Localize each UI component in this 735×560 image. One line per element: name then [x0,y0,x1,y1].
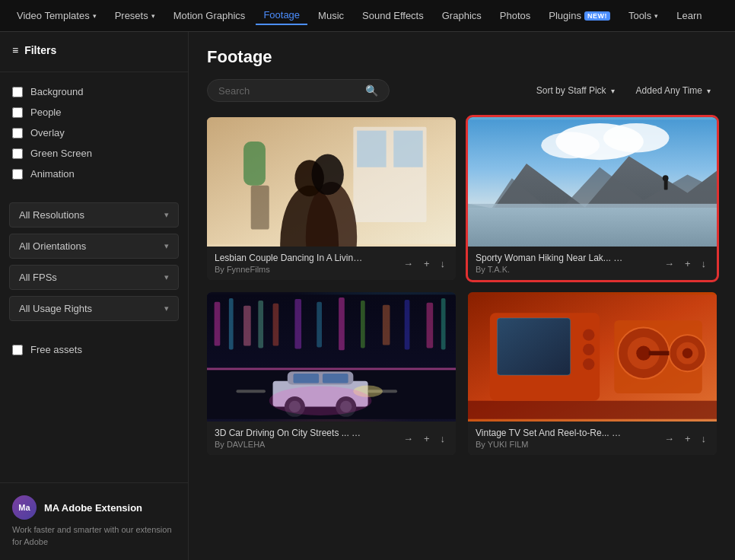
filter-background[interactable]: Background [0,81,188,102]
nav-item-presets[interactable]: Presets ▾ [107,7,163,24]
nav-item-tools[interactable]: Tools ▾ [621,7,666,24]
background-checkbox[interactable] [12,87,23,97]
svg-rect-2 [357,131,386,167]
nav-item-music[interactable]: Music [310,7,352,24]
share-button[interactable]: → [661,431,677,446]
filter-animation[interactable]: Animation [0,164,188,184]
svg-rect-31 [383,305,390,345]
filter-icon: ≡ [12,44,18,56]
svg-rect-33 [427,303,434,348]
video-actions: → + ↓ [400,256,448,271]
filter-overlay[interactable]: Overlay [0,123,188,143]
added-time-button[interactable]: Added Any Time ▾ [630,82,717,99]
usage-rights-dropdown[interactable]: All Usage Rights ▾ [9,296,179,321]
svg-rect-25 [258,301,263,348]
video-title: Sporty Woman Hiking Near Lak... NEW [476,253,628,263]
nav-item-photos[interactable]: Photos [492,7,538,24]
nav-item-graphics[interactable]: Graphics [434,7,489,24]
nav-item-footage[interactable]: Footage [256,6,307,25]
page-title: Footage [207,47,717,67]
green-screen-checkbox[interactable] [12,148,23,159]
people-checkbox[interactable] [12,107,23,118]
sort-by-button[interactable]: Sort by Staff Pick ▾ [530,82,621,99]
video-card-tv[interactable]: Vintage TV Set And Reel-to-Re... NEW By … [468,292,717,455]
add-to-collection-button[interactable]: + [682,256,694,271]
search-sort-row: 🔍 Sort by Staff Pick ▾ Added Any Time ▾ [207,79,717,102]
video-actions: → + ↓ [661,256,709,271]
share-button[interactable]: → [400,256,416,271]
nav-item-learn[interactable]: Learn [669,7,709,24]
content-area: Footage 🔍 Sort by Staff Pick ▾ Added Any… [189,32,735,560]
add-to-collection-button[interactable]: + [421,256,433,271]
svg-rect-28 [317,302,322,348]
search-box[interactable]: 🔍 [207,79,390,102]
video-author: By DAVLEHA [215,440,400,449]
video-actions: → + ↓ [400,431,448,446]
chevron-down-icon: ▾ [654,12,658,20]
new-badge-inline: NEW [355,428,367,438]
svg-point-7 [312,154,344,195]
nav-item-motion-graphics[interactable]: Motion Graphics [166,7,253,24]
search-input[interactable] [218,85,359,97]
video-info-mountain: Sporty Woman Hiking Near Lak... NEW By T… [468,247,717,280]
svg-rect-26 [273,304,279,346]
svg-rect-43 [323,374,348,383]
video-card-car[interactable]: 3D Car Driving On City Streets ... NEW B… [207,292,456,455]
animation-checkbox[interactable] [12,169,23,180]
video-actions: → + ↓ [661,431,709,446]
svg-rect-53 [497,318,570,375]
video-info-couple: Lesbian Couple Dancing In A Living Ro...… [207,247,456,280]
nav-item-plugins[interactable]: Plugins NEW! [541,7,618,24]
svg-rect-9 [243,142,266,186]
download-button[interactable]: ↓ [438,431,449,446]
svg-rect-30 [361,301,365,348]
filter-people[interactable]: People [0,102,188,123]
svg-rect-29 [339,298,345,350]
video-thumbnail-mountain [468,117,717,247]
svg-point-61 [636,346,651,361]
add-to-collection-button[interactable]: + [682,431,694,446]
svg-point-57 [583,358,594,370]
free-assets-checkbox[interactable] [12,345,23,355]
download-button[interactable]: ↓ [438,256,449,271]
avatar: Ma [12,495,37,520]
add-to-collection-button[interactable]: + [421,431,433,446]
nav-item-video-templates[interactable]: Video Templates ▾ [9,7,104,24]
svg-rect-22 [215,302,221,346]
video-card-couple[interactable]: Lesbian Couple Dancing In A Living Ro...… [207,117,456,280]
download-button[interactable]: ↓ [698,256,710,271]
fps-dropdown[interactable]: All FPSs ▾ [9,265,179,290]
svg-point-55 [583,329,594,340]
svg-point-13 [541,132,600,159]
filter-green-screen[interactable]: Green Screen [0,143,188,164]
resolutions-dropdown[interactable]: All Resolutions ▾ [9,202,179,228]
svg-rect-27 [294,299,301,348]
video-title-group: Sporty Woman Hiking Near Lak... NEW By T… [476,253,661,274]
video-title: Vintage TV Set And Reel-to-Re... NEW [476,428,628,438]
chevron-down-icon: ▾ [164,272,169,282]
profile-row: Ma MA Adobe Extension [12,495,177,520]
svg-point-64 [682,348,692,358]
main-layout: ≡ Filters Background People Overlay Gree… [0,32,735,560]
svg-marker-17 [468,204,717,244]
video-card-mountain[interactable]: Sporty Woman Hiking Near Lak... NEW By T… [468,117,717,280]
svg-rect-51 [468,401,717,419]
overlay-checkbox[interactable] [12,128,23,138]
sort-controls: Sort by Staff Pick ▾ Added Any Time ▾ [530,82,717,99]
svg-rect-18 [664,180,668,189]
video-author: By YUKI FILM [476,440,661,449]
couple-svg [207,117,456,247]
video-author: By FynneFilms [215,265,400,274]
nav-item-sound-effects[interactable]: Sound Effects [355,7,431,24]
orientations-dropdown[interactable]: All Orientations ▾ [9,234,179,259]
video-title-group: 3D Car Driving On City Streets ... NEW B… [215,428,400,449]
filter-free-assets[interactable]: Free assets [0,339,188,360]
share-button[interactable]: → [661,256,677,271]
share-button[interactable]: → [400,431,416,446]
new-badge: NEW! [584,11,610,21]
chevron-down-icon: ▾ [164,210,169,220]
download-button[interactable]: ↓ [698,431,710,446]
video-thumbnail-car [207,292,456,422]
svg-rect-32 [405,300,410,349]
video-author: By T.A.K. [476,265,661,274]
